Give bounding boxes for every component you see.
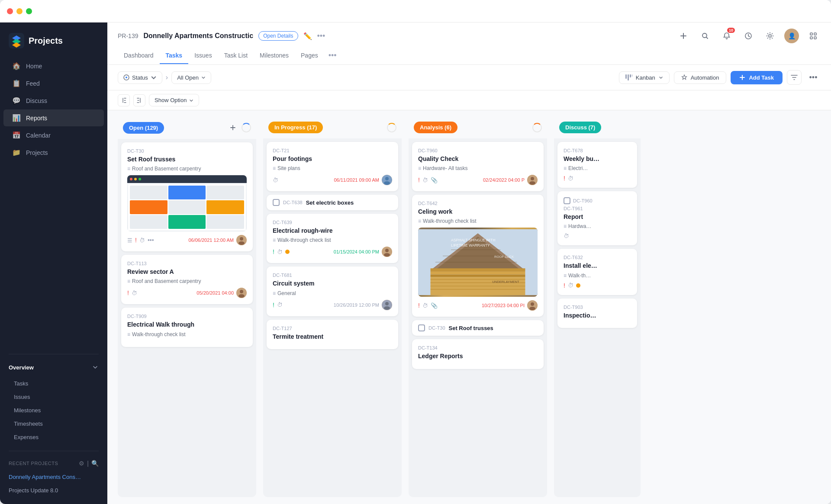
grid-button[interactable] [806,29,821,43]
task-footer: ! ⏱ 05/20/2021 04:00 [127,288,247,298]
svg-text:LIFETIME WARRANTY: LIFETIME WARRANTY [451,243,490,247]
sidebar-item-expenses[interactable]: Expenses [0,430,107,444]
sidebar-item-feed[interactable]: 📋 Feed [3,75,104,92]
svg-rect-6 [810,37,812,39]
collapse-right-button[interactable] [133,94,145,106]
all-open-filter-button[interactable]: All Open [171,71,211,84]
task-sub: ≡ Walk-through check list [273,237,392,243]
sidebar-item-home[interactable]: 🏠 Home [3,58,104,74]
recent-projects-header: Recent Projects ⚙ | 🔍 [0,456,107,470]
toolbar-more-button[interactable]: ••• [806,70,821,85]
tab-task-list[interactable]: Task List [218,48,254,64]
task-card-dc-t903[interactable]: DC-T903 Inspectio… [557,299,637,328]
group-header-dc-t638[interactable]: DC-T638 Set electric boxes [267,195,398,210]
sidebar-item-milestones[interactable]: Milestones [0,404,107,417]
task-id: DC-T30 [127,148,247,154]
notifications-button[interactable]: 10 [719,29,734,43]
sidebar-item-calendar[interactable]: 📅 Calendar [3,127,104,144]
task-id: DC-T127 [273,326,392,331]
task-footer: ! ⏱ 10/26/2019 12:00 PM [273,300,392,310]
task-footer-left: ! ⏱ [127,289,137,296]
svg-point-31 [529,181,535,185]
task-card-dc-t21[interactable]: DC-T21 Pour footings ≡ Site plans ⏱ [267,142,398,191]
sidebar-item-discuss[interactable]: 💬 Discuss [3,92,104,109]
sidebar-item-reports[interactable]: 📊 Reports [3,109,104,126]
sidebar-item-projects[interactable]: 📁 Projects [3,144,104,161]
user-avatar[interactable]: 👤 [784,29,799,43]
feed-icon: 📋 [12,79,21,87]
task-card-dc-t632[interactable]: DC-T632 Install ele… ≡ Walk-th… ! ⏱ [557,249,637,295]
recent-project-update[interactable]: Projects Update 8.0 [0,484,107,497]
more-options-icon[interactable]: ••• [317,32,325,41]
task-card-dc-t639[interactable]: DC-T639 Electrical rough-wire ≡ Walk-thr… [267,214,398,263]
task-card-dc-t30[interactable]: DC-T30 Set Roof trusses ≡ Roof and Basem… [121,142,253,251]
task-card-dc-t134[interactable]: DC-T134 Ledger Reports [412,339,544,369]
tab-tasks[interactable]: Tasks [160,48,189,64]
svg-point-3 [769,35,771,37]
tab-issues[interactable]: Issues [188,48,218,64]
task-id: DC-T639 [273,220,392,225]
collapse-left-button[interactable] [118,94,130,106]
task-footer-right: 06/11/2021 09:00 AM [334,175,392,185]
sidebar-item-issues[interactable]: Issues [0,390,107,404]
task-card-dc-t960[interactable]: DC-T960 Quality Check ≡ Hardware- All ta… [412,142,544,191]
screenshot-dot-red [130,178,132,180]
column-open-spinner [242,123,251,132]
task-card-dc-t113[interactable]: DC-T113 Review sector A ≡ Roof and Basem… [121,255,253,304]
tab-dashboard[interactable]: Dashboard [118,48,160,64]
sidebar-item-tasks[interactable]: Tasks [0,377,107,390]
task-card-dc-t127[interactable]: DC-T127 Termite treatment [267,320,398,349]
kanban-view-button[interactable]: Kanban [619,71,670,84]
task-card-dc-t678[interactable]: DC-T678 Weekly bu… ≡ Electri… ! ⏱ [557,142,637,188]
task-avatar [382,175,392,185]
svg-rect-4 [810,33,812,35]
exclamation-icon: ! [564,282,565,289]
automation-button[interactable]: Automation [674,71,727,84]
recent-filter-icon[interactable]: ⚙ [79,460,84,467]
sidebar-item-timesheets[interactable]: Timesheets [0,417,107,430]
task-card-dc-t681[interactable]: DC-T681 Circuit system ≡ General ! ⏱ [267,266,398,316]
add-task-button[interactable]: Add Task [731,71,783,84]
status-filter-button[interactable]: Status [118,71,162,84]
clock-button[interactable] [741,29,756,43]
avatar-img [382,247,392,257]
task-footer-right: 10/26/2019 12:00 PM [334,300,392,310]
recent-project-donnelly[interactable]: Donnelly Apartments Cons… [0,470,107,484]
task-card-dc-t909[interactable]: DC-T909 Electrical Walk through ≡ Walk-t… [121,308,253,347]
sidebar-logo[interactable]: Projects [0,29,107,57]
list-icon: ≡ [564,223,567,229]
project-name: Donnelly Apartments Constructic [143,32,253,40]
search-button[interactable] [698,29,712,43]
clock-icon: ⏱ [277,302,283,308]
maximize-button[interactable] [26,8,32,14]
add-button[interactable] [676,29,691,43]
sidebar-item-label-feed: Feed [26,80,40,87]
tab-more[interactable]: ••• [324,48,341,64]
recent-search-icon[interactable]: 🔍 [91,460,99,467]
tab-milestones[interactable]: Milestones [254,48,295,64]
column-analysis: Analysis (6) DC-T960 Quality Check ≡ [409,117,547,497]
pencil-icon[interactable]: ✏️ [303,32,312,40]
open-details-button[interactable]: Open Details [258,31,298,41]
screenshot-dot-green [138,178,141,180]
task-card-dc-t961[interactable]: DC-T960 DC-T961 Report ≡ Hardwa… ⏱ [557,191,637,245]
column-open-add[interactable] [227,122,239,134]
minimize-button[interactable] [16,8,23,14]
svg-rect-37 [431,275,525,277]
task-footer-left: ! ⏱ [564,175,573,182]
avatar-img [236,288,247,298]
close-button[interactable] [7,8,13,14]
tab-pages[interactable]: Pages [295,48,324,64]
task-title: Termite treatment [273,333,392,340]
toolbar: Status › All Open [107,65,831,90]
overview-toggle[interactable]: Overview [0,360,107,375]
settings-button[interactable] [763,29,777,43]
show-option-button[interactable]: Show Option [149,94,199,106]
plus-col-icon [230,125,236,131]
task-title: Weekly bu… [564,155,631,163]
task-avatar [236,235,247,245]
exclamation-icon: ! [564,175,565,182]
filter-button[interactable] [787,70,802,85]
group-header-dc-t30[interactable]: DC-T30 Set Roof trusses [412,320,544,336]
task-card-dc-t642[interactable]: DC-T642 Celing work ≡ Walk-through check… [412,195,544,317]
